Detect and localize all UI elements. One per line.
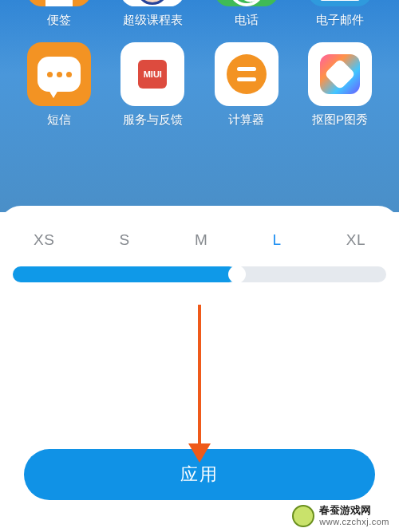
schedule-icon — [120, 0, 184, 6]
photo-edit-icon — [308, 42, 372, 106]
app-notes[interactable]: 便签 — [21, 0, 97, 28]
app-phone[interactable]: 电话 — [208, 0, 285, 28]
size-xl[interactable]: XL — [346, 231, 365, 249]
app-label: 电话 — [235, 13, 259, 28]
size-s[interactable]: S — [120, 231, 130, 249]
slider-track — [13, 266, 386, 282]
slider-fill — [13, 266, 237, 282]
app-row-1: 便签 超级课程表 电话 电子邮件 — [14, 0, 385, 28]
app-label: 抠图P图秀 — [312, 112, 368, 128]
app-sms[interactable]: 短信 — [21, 42, 97, 128]
size-xs[interactable]: XS — [34, 231, 54, 249]
app-label: 超级课程表 — [123, 13, 183, 28]
watermark: 春蚕游戏网 www.czchxj.com — [287, 503, 394, 529]
watermark-text: 春蚕游戏网 www.czchxj.com — [319, 505, 389, 527]
app-feedback[interactable]: ? MIUI 服务与反馈 — [114, 42, 191, 128]
app-photo-edit[interactable]: 抠图P图秀 — [302, 42, 378, 128]
phone-icon — [215, 0, 279, 6]
app-label: 便签 — [47, 13, 71, 28]
email-icon — [308, 0, 372, 6]
app-calculator[interactable]: 计算器 — [208, 42, 285, 128]
annotation-arrow-head — [188, 443, 211, 463]
sms-icon — [27, 42, 91, 106]
size-slider[interactable] — [13, 266, 386, 282]
feedback-icon: ? MIUI — [120, 42, 184, 106]
size-m[interactable]: M — [195, 231, 207, 249]
app-label: 电子邮件 — [316, 13, 364, 28]
apply-label: 应用 — [180, 463, 219, 487]
size-l[interactable]: L — [272, 231, 281, 249]
app-row-2: 短信 ? MIUI 服务与反馈 计算器 抠图P图秀 — [14, 42, 385, 128]
slider-thumb[interactable] — [228, 266, 246, 283]
watermark-logo-icon — [292, 505, 314, 527]
app-label: 短信 — [47, 112, 71, 128]
app-label: 服务与反馈 — [123, 112, 183, 128]
app-super-schedule[interactable]: 超级课程表 — [114, 0, 191, 28]
size-options: XS S M L XL — [0, 231, 399, 249]
home-screen: 便签 超级课程表 电话 电子邮件 短信 — [0, 0, 399, 212]
app-label: 计算器 — [228, 112, 264, 128]
app-email[interactable]: 电子邮件 — [302, 0, 378, 28]
notes-icon — [27, 0, 91, 6]
calculator-icon — [215, 42, 279, 106]
annotation-arrow-shaft — [198, 305, 201, 448]
